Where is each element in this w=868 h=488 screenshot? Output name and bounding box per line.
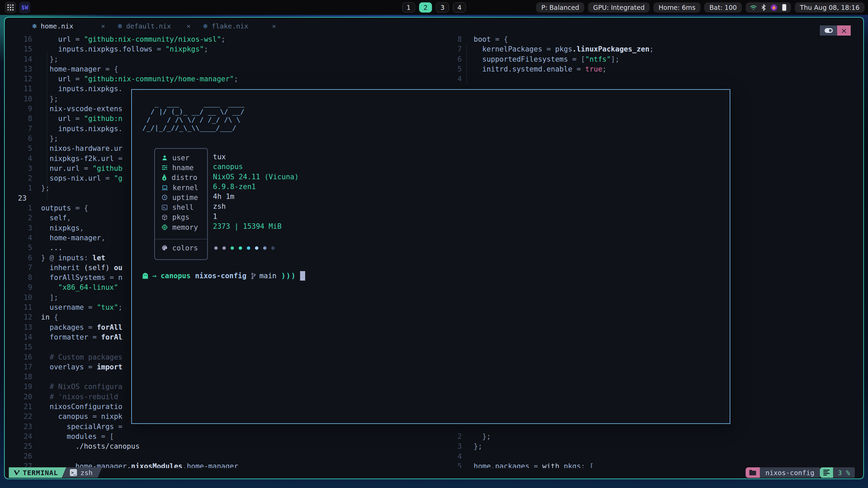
code-text: packages = forAll <box>32 323 122 332</box>
clock-chip[interactable]: Thu Aug 08, 18:16 <box>795 2 865 13</box>
line-number: 12 <box>5 74 32 84</box>
hostname-icon <box>162 165 167 170</box>
tab-close-icon[interactable]: × <box>101 22 105 30</box>
indent-guide <box>47 52 47 201</box>
fetch-value-pkgs: 1 <box>213 212 299 222</box>
color-dot <box>271 246 275 250</box>
line-number: 26 <box>5 451 32 461</box>
line-number: 4 <box>452 74 462 84</box>
line-number: 25 <box>5 442 32 451</box>
line-number: 14 <box>5 332 32 342</box>
code-text: }; <box>32 94 58 104</box>
code-line: 26 <box>5 451 449 461</box>
prompt-arrow: → <box>152 272 157 280</box>
line-number: 1 <box>5 183 32 193</box>
phone-icon <box>782 4 787 11</box>
line-number: 13 <box>5 64 32 74</box>
tab-close-icon[interactable]: × <box>272 22 276 30</box>
code-text: nur.url = "github <box>32 164 122 174</box>
color-dot <box>214 246 218 250</box>
fetch-row-colors: colors <box>155 243 207 253</box>
folder-segment[interactable] <box>746 467 760 478</box>
tab-flake.nix[interactable]: ❄flake.nix× <box>197 18 282 35</box>
line-number: 7 <box>452 44 462 54</box>
app-launcher-button[interactable] <box>5 2 16 13</box>
floating-terminal[interactable]: _ ___ ____ ____ / |/ (_)_ __/ __ \/ __/ … <box>131 89 730 424</box>
tab-home.nix[interactable]: ❄home.nix× <box>26 18 111 35</box>
fetch-label: colors <box>172 244 198 252</box>
fetch-value-uptime: 4h 1m <box>213 192 299 202</box>
code-line: 6 supportedFilesystems = ["ntfs"]; <box>452 55 863 64</box>
code-text: nix-vscode-extens <box>32 104 122 114</box>
code-text <box>32 451 41 461</box>
status-chip-group: P: BalancedGPU: IntegratedHome: 6msBat: … <box>536 2 742 13</box>
line-number: 1 <box>5 203 32 213</box>
code-line: 14 }; <box>5 55 449 64</box>
tab-default.nix[interactable]: ❄default.nix× <box>111 18 197 35</box>
workspace-button-4[interactable]: 4 <box>453 2 466 13</box>
fetch-row-distro: distro <box>155 173 207 183</box>
code-text: formatter = forAl <box>32 332 122 342</box>
editor-tab-bar: ❄home.nix×❄default.nix×❄flake.nix× <box>5 18 863 35</box>
color-dot <box>222 246 226 250</box>
nix-snowflake-icon: ❄ <box>203 22 208 30</box>
code-line: 7 kernelPackages = pkgs.linuxPackages_ze… <box>452 44 863 54</box>
code-text: self, <box>32 213 71 223</box>
distro-icon <box>162 175 167 181</box>
code-text <box>462 452 474 462</box>
code-line: 25 ./hosts/canopus <box>5 442 449 451</box>
code-text: ... <box>32 243 62 253</box>
code-text <box>462 74 474 84</box>
shell-segment[interactable]: >_ zsh <box>62 467 102 478</box>
fetch-label: distro <box>172 174 197 182</box>
line-number: 21 <box>5 402 32 412</box>
cwd-segment[interactable]: nixos-config <box>760 467 820 478</box>
workspace-button-1[interactable]: 1 <box>402 2 415 13</box>
line-number: 9 <box>5 283 32 292</box>
workspace-button-2[interactable]: 2 <box>419 2 432 13</box>
code-text: ]; <box>32 293 58 303</box>
special-workspace-label: $W <box>21 4 28 11</box>
fetch-row-memory: memory <box>155 222 207 232</box>
close-icon: × <box>841 26 847 35</box>
code-text: }; <box>32 55 58 64</box>
line-number: 18 <box>5 372 32 382</box>
window-close-button[interactable]: × <box>837 25 851 36</box>
line-number: 3 <box>452 442 462 451</box>
code-line: 12 url = "github:nix-community/home-mana… <box>5 74 449 84</box>
code-line: 16 url = "github:nix-community/nixos-wsl… <box>5 35 449 44</box>
shell-icon <box>162 205 167 210</box>
nix-snowflake-icon: ❄ <box>117 22 123 30</box>
line-number: 4 <box>5 233 32 243</box>
code-text: # 'nixos-rebuild <box>32 392 118 402</box>
line-number: 13 <box>5 323 32 332</box>
fetch-row-uptime: uptime <box>155 192 207 202</box>
line-number: 2 <box>5 174 32 183</box>
code-text: "x86_64-linux" <box>32 283 118 292</box>
window-toggle-button[interactable] <box>820 25 837 36</box>
fetch-panel: userhnamedistrokerneluptimeshellpkgsmemo… <box>154 148 208 260</box>
shell-prompt[interactable]: → canopus nixos-config main ))) <box>142 271 305 281</box>
code-line: 4 <box>452 452 863 462</box>
special-workspace-button[interactable]: $W <box>19 2 31 13</box>
fetch-value-user: tux <box>213 152 299 162</box>
nixos-ascii-logo: _ ___ ____ ____ / |/ (_)_ __/ __ \/ __/ … <box>142 99 244 132</box>
prompt-repo: nixos-config <box>195 272 246 280</box>
workspace-button-3[interactable]: 3 <box>436 2 449 13</box>
code-text: username = "tux"; <box>32 303 122 312</box>
code-text: overlays = import <box>32 362 122 372</box>
editor-pane-right-bottom: 2 };3};45home.packages = with pkgs; [ <box>452 432 863 468</box>
line-number: 23 <box>5 194 32 203</box>
code-text: }; <box>32 134 58 144</box>
indent-guide <box>467 44 467 84</box>
code-text: } @ inputs: let <box>32 253 105 263</box>
fetch-separator <box>155 239 207 239</box>
tab-close-icon[interactable]: × <box>186 22 191 30</box>
code-text: nixpkgs-f2k.url = <box>32 154 122 164</box>
tray-chip[interactable] <box>746 2 791 13</box>
fetch-row-pkgs: pkgs <box>155 212 207 222</box>
fetch-label: hname <box>172 164 194 172</box>
line-number: 2 <box>5 213 32 223</box>
fetch-label: kernel <box>173 184 198 192</box>
code-line: 5 initrd.systemd.enable = true; <box>452 64 863 74</box>
